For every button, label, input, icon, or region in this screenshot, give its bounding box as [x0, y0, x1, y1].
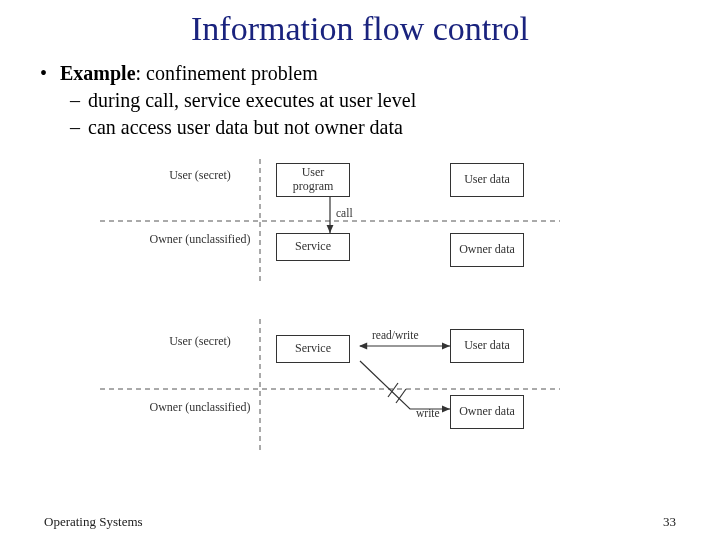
top-service-box: Service [276, 233, 350, 261]
bot-service-box: Service [276, 335, 350, 363]
bot-owner-data-box: Owner data [450, 395, 524, 429]
top-owner-data-box: Owner data [450, 233, 524, 267]
slide-title: Information flow control [0, 10, 720, 48]
bullet-level2b: can access user data but not owner data [40, 114, 690, 141]
svg-line-7 [396, 389, 406, 403]
slide-number: 33 [663, 514, 676, 530]
svg-line-6 [388, 383, 398, 397]
bot-write-label: write [416, 407, 440, 419]
bullet-list: Example: confinement problem during call… [40, 60, 690, 141]
top-user-program-box: User program [276, 163, 350, 197]
bot-owner-label: Owner (unclassified) [148, 401, 252, 415]
bullet-level2a: during call, service executes at user le… [40, 87, 690, 114]
bot-readwrite-label: read/write [372, 329, 419, 341]
bullet-lead: Example [60, 62, 136, 84]
bullet-level1: Example: confinement problem [40, 60, 690, 87]
top-owner-label: Owner (unclassified) [148, 233, 252, 247]
top-call-label: call [336, 207, 353, 219]
top-user-label: User (secret) [160, 169, 240, 183]
bot-user-label: User (secret) [160, 335, 240, 349]
diagram: User (secret) User program User data cal… [0, 151, 720, 471]
bullet-rest: : confinement problem [136, 62, 318, 84]
footer-left: Operating Systems [44, 514, 143, 530]
bot-user-data-box: User data [450, 329, 524, 363]
top-user-data-box: User data [450, 163, 524, 197]
diagram-lines [0, 151, 720, 471]
